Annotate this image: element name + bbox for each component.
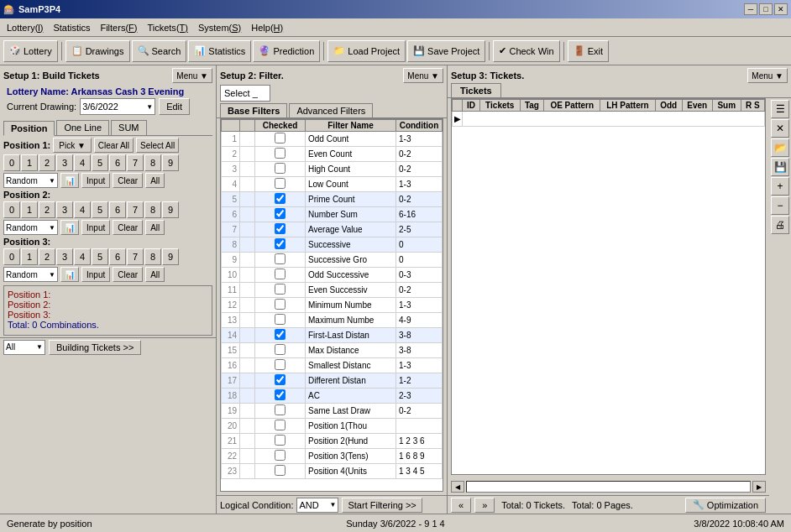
left-panel-menu-button[interactable]: Menu ▼ (172, 68, 212, 83)
right-icon-remove[interactable]: − (771, 196, 789, 215)
pos3-num-6[interactable]: 6 (109, 248, 126, 265)
pos1-num-8[interactable]: 8 (144, 154, 161, 171)
filter-row-checkbox[interactable] (275, 223, 285, 234)
close-button[interactable]: ✕ (774, 3, 788, 15)
tab-sum[interactable]: SUM (111, 120, 146, 135)
pos3-num-5[interactable]: 5 (92, 248, 108, 265)
select-all-button[interactable]: Select All (136, 138, 179, 153)
pos2-num-6[interactable]: 6 (109, 201, 126, 218)
filter-row-checkbox[interactable] (275, 193, 285, 204)
pos2-num-4[interactable]: 4 (74, 201, 91, 218)
start-filtering-button[interactable]: Start Filtering >> (342, 498, 422, 513)
pos3-clear-button[interactable]: Clear (113, 267, 143, 282)
filter-row-checkbox[interactable] (275, 435, 285, 446)
pos2-num-7[interactable]: 7 (127, 201, 144, 218)
optimization-button[interactable]: 🔧 Optimization (685, 498, 766, 513)
right-icon-2[interactable]: 📂 (771, 138, 789, 157)
filter-row-checkbox[interactable] (275, 148, 285, 159)
filter-row-checkbox[interactable] (275, 450, 285, 461)
minimize-button[interactable]: ─ (744, 3, 757, 15)
filter-row-checkbox[interactable] (275, 404, 285, 415)
pos3-num-1[interactable]: 1 (21, 248, 38, 265)
menu-tickets[interactable]: Tickets(T) (142, 21, 192, 34)
tab-advanced-filters[interactable]: Advanced Filters (289, 103, 373, 117)
pos1-clear-button[interactable]: Clear (113, 173, 143, 188)
right-panel-menu-button[interactable]: Menu ▼ (747, 68, 788, 83)
pos3-input-button[interactable]: Input (81, 267, 110, 282)
filter-row-checkbox[interactable] (275, 374, 285, 385)
right-icon-save[interactable]: 💾 (771, 158, 789, 176)
toolbar-search-button[interactable]: 🔍Search (132, 40, 187, 62)
pos1-chart-button[interactable]: 📊 (60, 173, 79, 188)
pos3-combo[interactable]: Random▼ (3, 267, 58, 282)
pos1-num-5[interactable]: 5 (92, 154, 108, 171)
filter-row-checkbox[interactable] (275, 284, 285, 295)
filter-row-checkbox[interactable] (275, 133, 285, 143)
pos1-num-1[interactable]: 1 (21, 154, 38, 171)
right-icon-close[interactable]: ✕ (771, 119, 789, 138)
pos1-input-button[interactable]: Input (81, 173, 110, 188)
pos3-num-2[interactable]: 2 (39, 248, 55, 265)
pos2-chart-button[interactable]: 📊 (60, 220, 79, 235)
menu-system[interactable]: System(S) (193, 21, 246, 34)
logical-condition-combo[interactable]: AND ▼ (296, 498, 338, 513)
pos3-all-button[interactable]: All (145, 267, 165, 282)
pos2-num-0[interactable]: 0 (3, 201, 20, 218)
filter-row-checkbox[interactable] (275, 389, 285, 400)
filter-row-checkbox[interactable] (275, 344, 285, 355)
pos1-num-9[interactable]: 9 (162, 154, 179, 171)
building-tickets-button[interactable]: Building Tickets >> (49, 340, 141, 355)
toolbar-lottery-button[interactable]: 🎲Lottery (3, 40, 58, 62)
pos1-num-3[interactable]: 3 (56, 154, 73, 171)
tab-base-filters[interactable]: Base Filters (220, 103, 287, 117)
filter-row-checkbox[interactable] (275, 238, 285, 249)
pos1-num-4[interactable]: 4 (74, 154, 91, 171)
filter-row-checkbox[interactable] (275, 420, 285, 430)
menu-lottery[interactable]: Lottery(l) (2, 21, 48, 34)
pos3-num-0[interactable]: 0 (3, 248, 20, 265)
menu-filters[interactable]: Filters(F) (95, 21, 142, 34)
all-combo[interactable]: All ▼ (3, 340, 45, 355)
select-dropdown[interactable]: Select _ (220, 85, 270, 102)
edit-drawing-button[interactable]: Edit (159, 98, 190, 115)
horizontal-scrollbar[interactable] (466, 481, 751, 493)
tab-one-line[interactable]: One Line (56, 120, 109, 135)
filter-row-checkbox[interactable] (275, 359, 285, 370)
toolbar-check-win-button[interactable]: ✔Check Win (493, 40, 559, 62)
pos1-combo[interactable]: Random▼ (3, 173, 58, 188)
pos1-all-button[interactable]: All (145, 173, 165, 188)
tab-tickets[interactable]: Tickets (451, 83, 501, 97)
toolbar-exit-button[interactable]: 🚪Exit (568, 40, 609, 62)
pos3-chart-button[interactable]: 📊 (60, 267, 79, 282)
menu-statistics[interactable]: Statistics (48, 21, 95, 34)
pos2-combo[interactable]: Random▼ (3, 220, 58, 235)
clear-all-button[interactable]: Clear All (94, 138, 134, 153)
pos2-num-1[interactable]: 1 (21, 201, 38, 218)
filter-row-checkbox[interactable] (275, 329, 285, 340)
maximize-button[interactable]: □ (759, 3, 773, 15)
menu-help[interactable]: Help(H) (246, 21, 288, 34)
nav-next-button[interactable]: » (474, 498, 495, 513)
filter-row-checkbox[interactable] (275, 465, 285, 476)
nav-prev-button[interactable]: « (451, 498, 471, 513)
filter-row-checkbox[interactable] (275, 178, 285, 189)
tab-position[interactable]: Position (3, 121, 55, 136)
filter-row-checkbox[interactable] (275, 163, 285, 174)
toolbar-prediction-button[interactable]: 🔮Prediction (253, 40, 320, 62)
pos2-input-button[interactable]: Input (81, 220, 110, 235)
filter-row-checkbox[interactable] (275, 208, 285, 219)
pos1-num-2[interactable]: 2 (39, 154, 55, 171)
current-drawing-combo[interactable]: 3/6/2022 ▼ (80, 98, 155, 115)
pos2-num-2[interactable]: 2 (39, 201, 55, 218)
pos3-num-9[interactable]: 9 (162, 248, 179, 265)
pos2-num-8[interactable]: 8 (144, 201, 161, 218)
pos1-num-6[interactable]: 6 (109, 154, 126, 171)
scroll-left-button[interactable]: ◀ (451, 481, 464, 493)
filter-row-checkbox[interactable] (275, 299, 285, 310)
toolbar-statistics-button[interactable]: 📊Statistics (188, 40, 251, 62)
toolbar-load-project-button[interactable]: 📁Load Project (327, 40, 406, 62)
pos2-all-button[interactable]: All (145, 220, 165, 235)
toolbar-drawings-button[interactable]: 📋Drawings (65, 40, 130, 62)
pos3-num-7[interactable]: 7 (127, 248, 144, 265)
filter-row-checkbox[interactable] (275, 253, 285, 264)
